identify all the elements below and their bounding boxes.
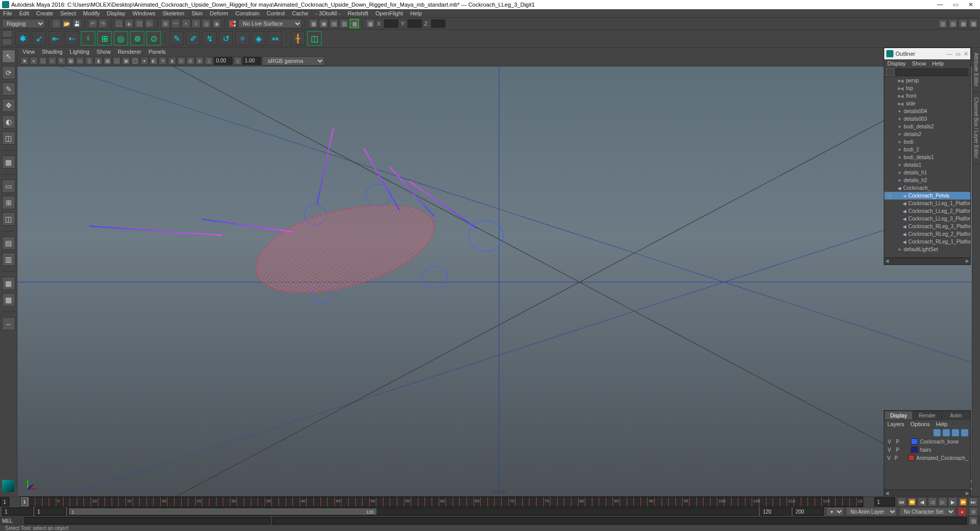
four-pane-icon[interactable]: ⊞ (2, 196, 15, 209)
layout-d-icon[interactable]: ▩ (2, 293, 15, 306)
current-time-indicator[interactable]: 1 (21, 497, 28, 506)
outliner-item[interactable]: ✦details_h2 (884, 176, 970, 184)
snap-grid-icon[interactable]: ⊞ (161, 19, 170, 28)
tab-channel-box[interactable]: Channel Box / Layer Editor (972, 92, 980, 164)
anim-start-input[interactable] (2, 507, 33, 516)
outliner-item[interactable]: ✦bodi_details2 (884, 123, 970, 130)
joint-tool-icon[interactable]: ✱ (15, 31, 30, 46)
maya-home-icon[interactable] (2, 480, 14, 492)
menu-file[interactable]: File (3, 10, 12, 16)
layout-c-icon[interactable]: ▦ (2, 277, 15, 290)
rotate-tool[interactable]: ◐ (2, 115, 15, 128)
outliner-hscrollbar[interactable] (884, 257, 970, 264)
ik-spline-icon[interactable]: ⊚ (130, 31, 144, 46)
outliner-item[interactable]: ✦details004 (884, 107, 970, 115)
mirror-joint-icon[interactable]: ⇤ (48, 31, 62, 46)
layer-tab-render[interactable]: Render (913, 411, 942, 420)
undo-icon[interactable]: ↶ (88, 19, 97, 28)
vp-res-gate-icon[interactable]: ▯ (85, 57, 93, 65)
ik-system-icon[interactable]: ⊙ (146, 31, 161, 46)
modeling-toolkit-icon[interactable]: ▩ (969, 19, 978, 28)
viewport-3d[interactable]: persp Symmetry:Off Soft Select:Off (17, 67, 980, 497)
layer-vis-toggle[interactable]: V (886, 447, 892, 453)
outliner-search-input[interactable] (896, 69, 968, 76)
vp-image-plane-icon[interactable]: ▢ (39, 57, 47, 65)
save-scene-icon[interactable]: 💾 (72, 19, 81, 28)
current-frame-field[interactable]: 1 (875, 497, 895, 506)
layer-tab-display[interactable]: Display (884, 411, 913, 420)
fps-select[interactable]: ▾ (826, 507, 844, 516)
scale-tool[interactable]: ◫ (2, 131, 15, 145)
outliner-item[interactable]: ■◀persp (884, 77, 970, 84)
render-view-icon[interactable]: ▩ (350, 19, 359, 28)
outliner-titlebar[interactable]: Outliner — ▭ ✕ (884, 48, 970, 59)
menu-3dtoall[interactable]: - 3DtoAll - (315, 10, 340, 16)
outliner-item[interactable]: ✦details_h1 (884, 169, 970, 176)
outliner-menu-display[interactable]: Display (887, 60, 906, 67)
script-editor-icon[interactable]: ▤ (969, 516, 978, 525)
menu-create[interactable]: Create (36, 10, 53, 16)
layer-hscrollbar[interactable] (884, 490, 970, 497)
character-set-select[interactable]: No Character Set (899, 507, 955, 516)
render-icon[interactable]: ▣ (319, 19, 328, 28)
panel-layout-icon[interactable]: ▦ (366, 19, 375, 28)
vp-safe-action-icon[interactable]: ▢ (113, 57, 121, 65)
rig-control-icon[interactable] (422, 266, 448, 289)
outliner-menu-show[interactable]: Show (912, 60, 926, 67)
vp-shaded-icon[interactable]: ● (140, 57, 148, 65)
outliner-item[interactable]: ◀Cockroach_RLeg_2_Platform (884, 230, 970, 238)
two-pane-icon[interactable]: ◫ (2, 212, 15, 226)
command-line-label[interactable]: MEL (2, 518, 23, 524)
ae-toggle-icon[interactable]: ▥ (938, 19, 947, 28)
range-slider[interactable]: 1120 (68, 507, 758, 516)
outliner-item[interactable]: ◀Cockroach_RLeg_1_Platform (884, 238, 970, 246)
select-by-hierarchy-icon[interactable]: ⬚ (114, 19, 123, 28)
outliner-maximize-icon[interactable]: ▭ (955, 51, 961, 57)
snap-icon[interactable]: ◉ (212, 19, 221, 28)
menu-display[interactable]: Display (107, 10, 125, 16)
autokey-icon[interactable]: ● (957, 507, 967, 516)
vp-menu-show[interactable]: Show (97, 49, 111, 55)
new-scene-icon[interactable]: ▫ (52, 19, 61, 28)
paint-select-tool[interactable]: ✎ (2, 82, 15, 96)
outliner-item[interactable]: ✦defaultLightSet (884, 246, 970, 253)
snap-plane-icon[interactable]: ◊ (191, 19, 201, 28)
playback-end-input[interactable] (760, 507, 791, 516)
snap-point-icon[interactable]: • (181, 19, 190, 28)
outliner-menu-help[interactable]: Help (932, 60, 944, 67)
prefs-icon[interactable]: ⚙ (969, 507, 978, 516)
lasso-tool[interactable]: ⟳ (2, 66, 15, 79)
outliner-minimize-icon[interactable]: — (947, 51, 952, 57)
outliner-list[interactable]: ■◀persp■◀top■◀front■◀side✦details004✦det… (884, 77, 970, 257)
vp-select-cam-icon[interactable]: ■ (20, 57, 29, 65)
vp-2d-pan-icon[interactable]: ⊹ (48, 57, 56, 65)
layer-vis-toggle[interactable]: V (886, 455, 891, 461)
coord-x-input[interactable] (384, 19, 398, 28)
vp-menu-lighting[interactable]: Lighting (70, 49, 90, 55)
vp-film-gate-icon[interactable]: ▭ (76, 57, 84, 65)
vp-isolate-icon[interactable]: ⊙ (177, 57, 185, 65)
menu-deform[interactable]: Deform (210, 10, 228, 16)
select-by-object-icon[interactable]: ◈ (124, 19, 134, 28)
vp-textured-icon[interactable]: ◐ (150, 57, 158, 65)
coord-y-input[interactable] (408, 19, 422, 28)
minimize-button[interactable]: — (933, 1, 947, 9)
live-surface-select[interactable]: No Live Surface (238, 19, 302, 28)
ipr-icon[interactable]: ▤ (329, 19, 338, 28)
vp-grease-icon[interactable]: ✎ (57, 57, 66, 65)
rig-control-icon[interactable] (366, 184, 391, 207)
layer-menu-help[interactable]: Help (936, 421, 948, 427)
vp-menu-panels[interactable]: Panels (148, 49, 166, 55)
menu-cache[interactable]: Cache (292, 10, 308, 16)
expand-icon[interactable]: + (887, 193, 892, 198)
playback-start-input[interactable] (35, 507, 66, 516)
render-settings-icon[interactable]: ▥ (339, 19, 349, 28)
outliner-item[interactable]: ✦bodi (884, 138, 970, 146)
tab-attribute-editor[interactable]: Attribute Editor (972, 48, 980, 92)
outliner-close-icon[interactable]: ✕ (964, 51, 968, 57)
vp-xray-icon[interactable]: ⊘ (186, 57, 195, 65)
vp-menu-shading[interactable]: Shading (42, 49, 62, 55)
step-back-key-icon[interactable]: ⏪ (907, 497, 917, 506)
mesh-body[interactable] (246, 189, 444, 308)
anim-layer-select[interactable]: No Anim Layer (846, 507, 897, 516)
